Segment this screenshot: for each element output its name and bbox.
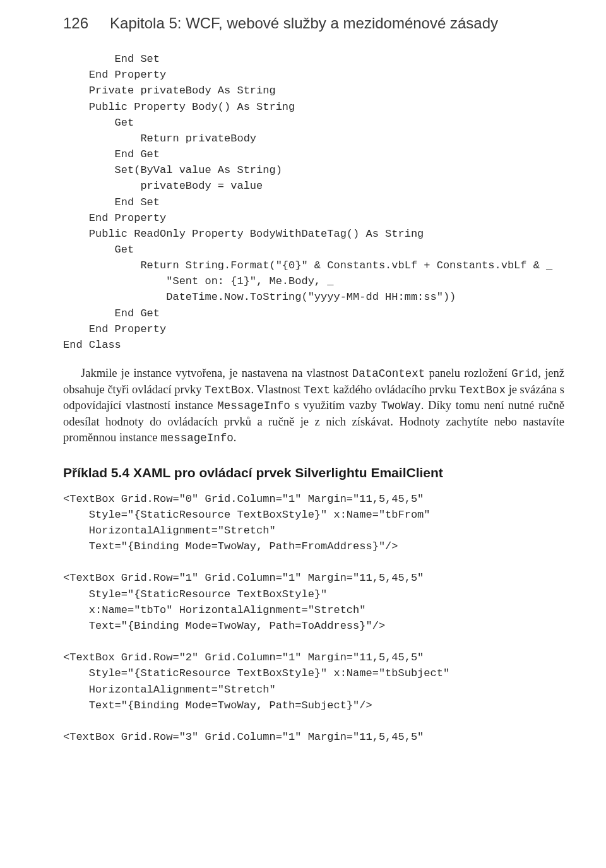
running-header: 126 Kapitola 5: WCF, webové služby a mez… (63, 13, 564, 33)
chapter-title: Kapitola 5: WCF, webové služby a mezidom… (110, 13, 498, 33)
body-paragraph: Jakmile je instance vytvořena, je nastav… (63, 366, 564, 446)
text-run: . (234, 431, 237, 444)
inline-code: Grid (511, 367, 538, 380)
inline-code: DataContext (352, 367, 425, 380)
text-run: každého ovládacího prvku (330, 383, 459, 396)
text-run: Jakmile je instance vytvořena, je nastav… (81, 367, 352, 379)
inline-code: TextBox (205, 384, 251, 396)
text-run: s využitím vazby (290, 399, 381, 412)
inline-code: MessageInfo (217, 400, 290, 412)
inline-code: TextBox (459, 384, 506, 396)
code-listing-xaml: <TextBox Grid.Row="0" Grid.Column="1" Ma… (63, 491, 564, 746)
text-run: panelu rozložení (425, 367, 511, 379)
text-run: . Vlastnost (251, 383, 304, 396)
page-number: 126 (63, 13, 88, 33)
inline-code: messageInfo (160, 432, 234, 444)
code-listing-vb: End Set End Property Private privateBody… (63, 51, 564, 353)
inline-code: TwoWay (381, 400, 421, 412)
page: 126 Kapitola 5: WCF, webové služby a mez… (0, 0, 606, 868)
inline-code: Text (304, 384, 330, 396)
example-heading: Příklad 5.4 XAML pro ovládací prvek Silv… (63, 464, 564, 482)
